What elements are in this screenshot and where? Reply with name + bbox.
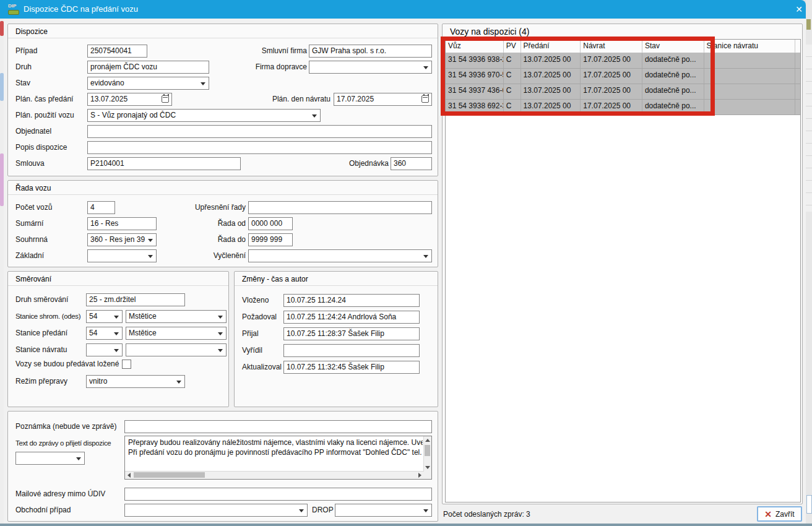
text-zpravy-combobox[interactable] [15, 452, 85, 465]
plan-pouziti-label: Plán. použití vozu [15, 109, 74, 122]
column-header-stanice-navratu[interactable]: Stanice návratu [704, 40, 795, 53]
objednatel-input[interactable] [87, 125, 432, 138]
firma-dopravce-label: Firma dopravce [236, 61, 307, 74]
poznamka-label: Poznámka (nebude ve zprávě) [15, 420, 116, 433]
pripad-input[interactable]: 2507540041 [87, 45, 147, 58]
calendar-icon[interactable] [421, 95, 429, 103]
textarea-line: Přepravy budou realizovány náležitostmi … [128, 438, 423, 447]
firma-dopravce-combobox[interactable] [309, 61, 432, 74]
text-zpravy-label: Text do zprávy o přijetí dispozice [15, 437, 111, 450]
plan-den-navratu-datefield[interactable]: 17.07.2025 [334, 93, 432, 106]
stanice-navratu-name-combobox[interactable] [126, 343, 227, 356]
vyridil-field[interactable] [283, 344, 420, 357]
group-zmeny: Změny - čas a autor Vloženo 10.07.25 11.… [234, 271, 438, 407]
chevron-down-icon [201, 82, 205, 85]
aktualizoval-field[interactable]: 10.07.25 11:32:45 Šašek Filip [283, 361, 420, 374]
cell-stanice [704, 84, 795, 99]
calendar-icon[interactable] [162, 95, 169, 103]
stanice-predani-code-combobox[interactable]: 54 [86, 327, 123, 340]
divider [8, 285, 228, 286]
vycleneni-combobox[interactable] [248, 249, 432, 262]
chevron-down-icon [114, 316, 119, 319]
mail-input[interactable] [124, 488, 432, 501]
cell-filler [795, 100, 800, 114]
smluvni-firma-input[interactable]: GJW Praha spol. s r.o. [309, 45, 432, 58]
stav-label: Stav [15, 77, 30, 90]
window-title: Dispozice ČDC na předání vozu [24, 4, 138, 14]
sumarni-input[interactable]: 16 - Res [87, 217, 157, 230]
plan-pouziti-combobox[interactable]: S - Vůz pronajatý od ČDC [87, 109, 321, 122]
sumarni-label: Sumární [15, 217, 43, 230]
souhrnna-combobox[interactable]: 360 - Res jen 393 [87, 233, 157, 246]
druh-label: Druh [15, 61, 32, 74]
chevron-down-icon [299, 509, 304, 512]
poznamka-input[interactable] [124, 420, 432, 433]
drop-label: DROP [312, 504, 334, 517]
druh-smerovani-input[interactable]: 25 - zm.držitel [86, 293, 185, 306]
vertical-scrollbar[interactable] [423, 436, 431, 472]
column-header-filler [795, 40, 800, 53]
close-button[interactable]: ✕ Zavřít [757, 506, 802, 522]
smlouva-input[interactable]: P2104001 [87, 157, 241, 170]
prijal-field[interactable]: 10.07.25 11:28:37 Šašek Filip [283, 327, 420, 340]
smlouva-label: Smlouva [15, 157, 45, 170]
cell-filler [795, 69, 800, 84]
rada-od-input[interactable]: 0000 000 [248, 217, 293, 230]
pripad-label: Případ [15, 45, 37, 58]
rezim-prepravy-label: Režim přepravy [15, 375, 67, 388]
scroll-left-icon[interactable] [127, 473, 131, 478]
scrollbar-thumb[interactable] [134, 472, 205, 478]
lozene-checkbox[interactable] [122, 360, 131, 369]
drop-combobox[interactable] [335, 504, 432, 517]
rada-do-label: Řada do [176, 233, 246, 246]
objednavka-label: Objednávka [327, 157, 389, 170]
stanice-shrom-name-combobox[interactable]: Mstětice [126, 310, 227, 323]
zakladni-label: Základní [15, 249, 44, 262]
stanice-navratu-code-combobox[interactable] [86, 343, 123, 356]
pozadoval-label: Požadoval [242, 311, 277, 324]
chevron-down-icon [218, 349, 223, 352]
vlozeno-field[interactable]: 10.07.25 11.24.24 [283, 294, 420, 307]
chevron-down-icon [312, 114, 317, 118]
druh-input[interactable]: pronájem ČDC vozu [87, 61, 209, 74]
obchodni-pripad-combobox[interactable] [124, 504, 308, 517]
desktop-background-sliver-right [806, 0, 812, 526]
group-title: Směrování [15, 274, 51, 285]
scrollbar-thumb[interactable] [425, 445, 430, 456]
stanice-shrom-code-combobox[interactable]: 54 [86, 310, 123, 323]
text-zpravy-textarea[interactable]: Přepravy budou realizovány náležitostmi … [124, 436, 432, 480]
titlebar: DIP Dispozice ČDC na předání vozu ✕ [0, 0, 806, 19]
vycleneni-label: Vyčlenění [176, 249, 246, 262]
scroll-up-icon[interactable] [425, 439, 430, 442]
chevron-down-icon [423, 66, 428, 69]
stav-combobox[interactable]: evidováno [87, 77, 209, 90]
aktualizoval-label: Aktualizoval [242, 361, 282, 374]
plan-cas-predani-label: Plán. čas předání [15, 93, 73, 106]
pocet-vozu-input[interactable]: 4 [87, 201, 115, 214]
pozadoval-field[interactable]: 10.07.25 11:24:24 Andrlová Soňa [283, 311, 420, 324]
rezim-prepravy-combobox[interactable]: vnitro [86, 375, 185, 388]
plan-cas-predani-datefield[interactable]: 13.07.2025 [87, 93, 172, 106]
divider [235, 285, 438, 286]
rada-do-input[interactable]: 9999 999 [248, 233, 293, 246]
group-rada-vozu: Řada vozu Počet vozů 4 Upřesnění řady Su… [7, 180, 438, 267]
chevron-down-icon [114, 349, 119, 352]
group-title: Řada vozu [15, 183, 51, 194]
chevron-down-icon [218, 332, 223, 335]
lozene-label: Vozy se budou předávat ložené [15, 358, 119, 371]
popis-dispozice-input[interactable] [87, 141, 432, 154]
objednavka-input[interactable]: 360 [391, 157, 432, 170]
chevron-down-icon [148, 255, 153, 258]
horizontal-scrollbar[interactable] [125, 471, 424, 479]
scroll-down-icon[interactable] [425, 466, 430, 469]
app-icon: DIP [8, 2, 22, 16]
scroll-right-icon[interactable] [418, 473, 421, 478]
upresneni-rady-input[interactable] [248, 201, 432, 214]
zakladni-combobox[interactable] [87, 249, 157, 262]
divider [8, 194, 438, 195]
stanice-predani-name-combobox[interactable]: Mstětice [126, 327, 227, 340]
app-icon-text: DIP [8, 3, 16, 9]
pocet-vozu-label: Počet vozů [15, 201, 52, 214]
panel-title: Vozy na dispozici (4) [450, 26, 529, 37]
window-close-icon[interactable]: ✕ [792, 3, 806, 15]
